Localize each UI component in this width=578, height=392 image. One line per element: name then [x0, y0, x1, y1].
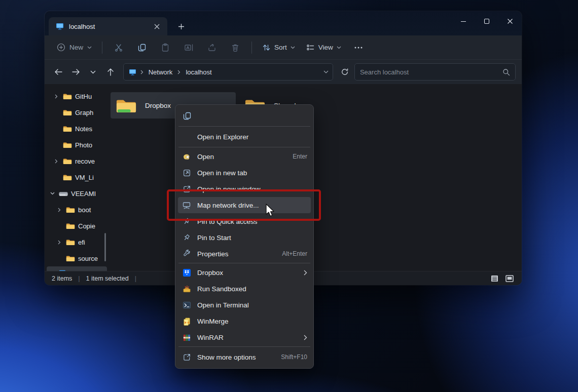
paste-icon[interactable] [154, 39, 176, 56]
menu-item-open-in-new-tab[interactable]: Open in new tab [175, 165, 313, 181]
menu-item-label: WinRAR [197, 334, 298, 341]
map-network-drive-icon [182, 200, 192, 210]
winrar-icon [182, 332, 192, 342]
menu-item-dropbox[interactable]: Dropbox [175, 264, 313, 281]
menu-separator [178, 263, 310, 263]
context-menu-quick-actions [175, 107, 313, 125]
expand-chevron-icon[interactable] [53, 159, 60, 164]
forward-icon[interactable] [68, 64, 83, 80]
terminal-icon [182, 300, 192, 310]
collapse-chevron-icon[interactable] [49, 192, 56, 195]
maximize-button[interactable] [475, 11, 498, 31]
sidebar-item-source[interactable]: source [45, 250, 109, 266]
menu-shortcut: Enter [293, 153, 307, 160]
tab-title: localhost [69, 23, 146, 30]
delete-icon[interactable] [224, 39, 246, 56]
recent-locations-icon[interactable] [85, 64, 100, 80]
selected-count: 1 item selected [86, 275, 129, 282]
sidebar-item-label: Copie [78, 222, 95, 230]
expand-chevron-icon[interactable] [56, 208, 63, 212]
expand-chevron-icon[interactable] [53, 94, 60, 99]
dropbox-folder-icon [116, 97, 137, 114]
command-toolbar: New Sort View [45, 35, 522, 60]
address-bar[interactable]: Network localhost [123, 63, 333, 81]
sidebar-item-partial[interactable] [47, 266, 107, 271]
menu-item-map-network-drive[interactable]: Map network drive... [178, 197, 311, 213]
large-icons-view-icon[interactable] [503, 273, 516, 284]
menu-item-pin-to-start[interactable]: Pin to Start [175, 229, 313, 246]
address-dropdown-icon[interactable] [323, 70, 329, 73]
menu-item-open-in-explorer[interactable]: Open in Explorer [175, 128, 313, 146]
copy-icon[interactable] [179, 109, 195, 123]
tab-close-icon[interactable] [151, 21, 162, 32]
sidebar-item-veeam-drive[interactable]: VEEAMI [45, 185, 109, 202]
menu-item-run-sandboxed[interactable]: Run Sandboxed [175, 281, 313, 297]
new-button[interactable]: New [52, 39, 97, 56]
rename-icon[interactable] [177, 39, 200, 56]
folder-icon [63, 109, 72, 116]
sandbox-icon [182, 284, 192, 294]
file-item-label: Dropbox [145, 102, 171, 109]
folder-icon [66, 255, 75, 262]
new-button-label: New [69, 44, 83, 51]
search-icon[interactable] [502, 68, 510, 76]
menu-item-label: Pin to Quick access [197, 218, 307, 225]
menu-item-open-in-terminal[interactable]: Open in Terminal [175, 297, 313, 313]
open-new-window-icon [182, 184, 192, 194]
menu-item-open-in-new-window[interactable]: Open in new window [175, 181, 313, 197]
sidebar-item-copie[interactable]: Copie [45, 218, 109, 234]
sidebar-item-label: recove [75, 158, 95, 165]
menu-item-pin-to-quick-access[interactable]: Pin to Quick access [175, 213, 313, 229]
view-button[interactable]: View [301, 39, 346, 56]
search-field[interactable] [354, 63, 516, 81]
navigation-pane: GitHu Graph Notes Photo recove [45, 84, 109, 271]
menu-item-winrar[interactable]: WinRAR [175, 329, 313, 345]
sidebar-scrollbar[interactable] [104, 233, 106, 261]
expand-chevron-icon[interactable] [56, 240, 63, 245]
menu-item-show-more-options[interactable]: Show more options Shift+F10 [175, 348, 313, 366]
share-icon[interactable] [201, 39, 223, 56]
menu-item-label: Open in Terminal [197, 301, 307, 309]
new-tab-button[interactable] [173, 19, 189, 34]
back-icon[interactable] [51, 64, 66, 80]
breadcrumb-network[interactable]: Network [148, 68, 174, 76]
tab-localhost[interactable]: localhost [49, 17, 167, 35]
close-button[interactable] [498, 11, 522, 31]
copy-icon[interactable] [131, 39, 153, 56]
sidebar-item-label: VEEAMI [71, 190, 96, 198]
details-view-icon[interactable] [488, 273, 500, 284]
menu-item-properties[interactable]: Properties Alt+Enter [175, 246, 313, 262]
menu-item-label: Open in new tab [197, 169, 307, 177]
network-icon [59, 270, 66, 271]
cut-icon[interactable] [107, 39, 130, 56]
refresh-icon[interactable] [337, 64, 352, 80]
sidebar-item-boot[interactable]: boot [45, 202, 109, 218]
open-hand-icon [182, 151, 192, 162]
sidebar-item-vm[interactable]: VM_Li [45, 169, 109, 185]
sort-button[interactable]: Sort [257, 39, 300, 56]
menu-item-winmerge[interactable]: WinMerge [175, 313, 313, 329]
winmerge-icon [182, 316, 192, 326]
menu-item-open[interactable]: Open Enter [175, 148, 313, 165]
sidebar-item-recovery[interactable]: recove [45, 153, 109, 169]
menu-item-label: Pin to Start [197, 234, 307, 242]
menu-item-label: Open in Explorer [197, 133, 307, 141]
minimize-button[interactable] [452, 11, 475, 31]
search-input[interactable] [360, 68, 502, 76]
more-options-icon[interactable] [347, 39, 370, 56]
address-row: Network localhost [45, 60, 522, 84]
breadcrumb-localhost[interactable]: localhost [185, 68, 212, 76]
show-more-options-icon [182, 352, 192, 362]
menu-separator [178, 126, 310, 127]
sidebar-item-github[interactable]: GitHu [45, 88, 109, 104]
sidebar-item-graph[interactable]: Graph [45, 104, 109, 121]
sidebar-item-notes[interactable]: Notes [45, 121, 109, 137]
toolbar-divider [251, 42, 252, 54]
up-icon[interactable] [103, 64, 118, 80]
menu-shortcut: Alt+Enter [282, 250, 307, 257]
sidebar-item-efi[interactable]: efi [45, 234, 109, 250]
sidebar-item-photos[interactable]: Photo [45, 137, 109, 153]
breadcrumb-chevron-icon [139, 70, 144, 74]
sidebar-item-label: efi [78, 239, 85, 246]
open-new-tab-icon [182, 168, 192, 178]
